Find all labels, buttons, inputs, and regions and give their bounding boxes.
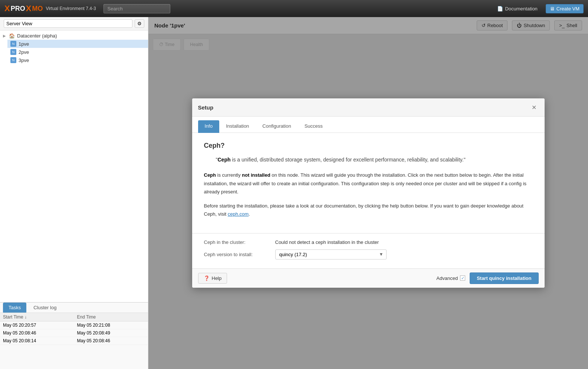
tree-datacenter[interactable]: ▶ 🏠 Datacenter (alpha) [0,32,148,40]
wizard-tab-success[interactable]: Success [298,120,329,133]
log-row: May 05 20:08:14 May 05 20:08:46 [0,337,148,345]
version-label: Ceph version to install: [204,252,271,257]
quote-text: is a unified, distributed storage system… [230,157,465,163]
ceph-brand-desc: Ceph [204,172,216,178]
logo-ve: Virtual Environment 7.4-3 [46,6,96,11]
advanced-text: Advanced [436,275,458,281]
modal-header: Setup ✕ [192,98,545,117]
ceph-quote: "Ceph is a unified, distributed storage … [216,156,533,164]
node-1pve-label: 1pve [19,41,29,47]
version-select-wrap: quincy (17.2) pacific (16.2) octopus (15… [275,249,387,259]
log-end-time: May 05 20:08:46 [74,337,148,345]
wizard-tab-installation[interactable]: Installation [219,120,256,133]
tree-node-2pve[interactable]: N 2pve [7,48,148,56]
logo: X PRO X MO Virtual Environment 7.4-3 [4,4,96,13]
datacenter-icon: 🏠 [9,33,15,39]
log-end-time: May 05 20:08:49 [74,329,148,337]
cluster-value: Could not detect a ceph installation in … [275,239,379,245]
log-row: May 05 20:08:46 May 05 20:08:49 [0,329,148,337]
expand-icon: ▶ [3,34,6,38]
log-table: Start Time ↓ End Time May 05 20:20:57 Ma… [0,313,148,345]
log-start-time: May 05 20:08:46 [0,329,74,337]
help-icon: ❓ [204,275,210,281]
bottom-tabs: Tasks Cluster log [0,303,148,313]
advanced-label[interactable]: Advanced ✓ [436,275,465,281]
tree: ▶ 🏠 Datacenter (alpha) N 1pve N 2pve N 3… [0,30,148,302]
help-label: Help [212,275,222,281]
footer-right: Advanced ✓ Start quincy installation [436,272,538,284]
modal-body: Ceph? "Ceph is a unified, distributed st… [192,133,545,233]
help-button[interactable]: ❓ Help [198,273,227,284]
col-start-time[interactable]: Start Time ↓ [0,313,74,321]
doc-icon: 📄 [497,6,503,12]
documentation-button[interactable]: 📄 Documentation [493,4,541,13]
search-input[interactable] [104,4,170,13]
not-installed-text: not installed [242,172,270,178]
col-end-time[interactable]: End Time [74,313,148,321]
monitor-icon: 🖥 [550,6,555,12]
ceph-brand-quote: Ceph [217,157,230,163]
topbar: X PRO X MO Virtual Environment 7.4-3 📄 D… [0,0,588,17]
bottom-panel: Tasks Cluster log Start Time ↓ End Time … [0,302,148,369]
version-select[interactable]: quincy (17.2) pacific (16.2) octopus (15… [275,249,387,259]
modal-close-button[interactable]: ✕ [530,103,539,112]
cluster-label: Ceph in the cluster: [204,239,271,245]
tab-cluster-log[interactable]: Cluster log [28,303,62,313]
log-end-time: May 05 20:21:08 [74,321,148,329]
sidebar: Server View ⚙ ▶ 🏠 Datacenter (alpha) N 1… [0,17,148,369]
modal-footer: ❓ Help Advanced ✓ Start quincy installat… [192,268,545,288]
ceph-heading: Ceph? [204,142,533,150]
setup-modal: Setup ✕ Info Installation Configuration … [192,98,545,288]
node-2pve-label: 2pve [19,49,29,55]
create-vm-button[interactable]: 🖥 Create VM [546,4,584,13]
cluster-row: Ceph in the cluster: Could not detect a … [204,239,533,245]
tree-node-3pve[interactable]: N 3pve [7,56,148,64]
wizard-tab-info[interactable]: Info [198,120,220,133]
server-view-select[interactable]: Server View [4,19,132,28]
log-start-time: May 05 20:20:57 [0,321,74,329]
cluster-info: Ceph in the cluster: Could not detect a … [192,233,545,268]
version-row: Ceph version to install: quincy (17.2) p… [204,249,533,259]
node-icon-3pve: N [10,57,16,63]
server-view-bar: Server View ⚙ [0,17,148,30]
ceph-doc-desc: Before starting the installation, please… [204,202,533,218]
logo-mo: MO [32,5,43,13]
logo-x: X [4,4,10,13]
log-start-time: May 05 20:08:14 [0,337,74,345]
main-layout: Server View ⚙ ▶ 🏠 Datacenter (alpha) N 1… [0,17,588,369]
wizard-tabs: Info Installation Configuration Success [192,117,545,133]
node-icon-2pve: N [10,49,16,55]
start-installation-button[interactable]: Start quincy installation [470,272,538,284]
tree-node-1pve[interactable]: N 1pve [7,40,148,48]
datacenter-label: Datacenter (alpha) [17,33,57,39]
log-row: May 05 20:20:57 May 05 20:21:08 [0,321,148,329]
ceph-description: Ceph is currently not installed on this … [204,171,533,196]
modal-title: Setup [198,104,214,111]
node-icon-1pve: N [10,41,16,47]
tab-tasks[interactable]: Tasks [3,303,26,313]
node-3pve-label: 3pve [19,58,29,63]
log-tbody: May 05 20:20:57 May 05 20:21:08 May 05 2… [0,321,148,345]
advanced-checkbox[interactable]: ✓ [460,275,465,281]
modal-overlay[interactable]: Setup ✕ Info Installation Configuration … [148,17,588,369]
ceph-com-link[interactable]: ceph.com [228,211,249,217]
logo-xm: X [26,4,32,13]
content-area: Node '1pve' ↺ Reboot ⏻ Shutdown >_ Shell… [148,17,588,369]
gear-button[interactable]: ⚙ [135,19,144,28]
logo-pro: PRO [11,5,25,13]
wizard-tab-configuration[interactable]: Configuration [256,120,298,133]
